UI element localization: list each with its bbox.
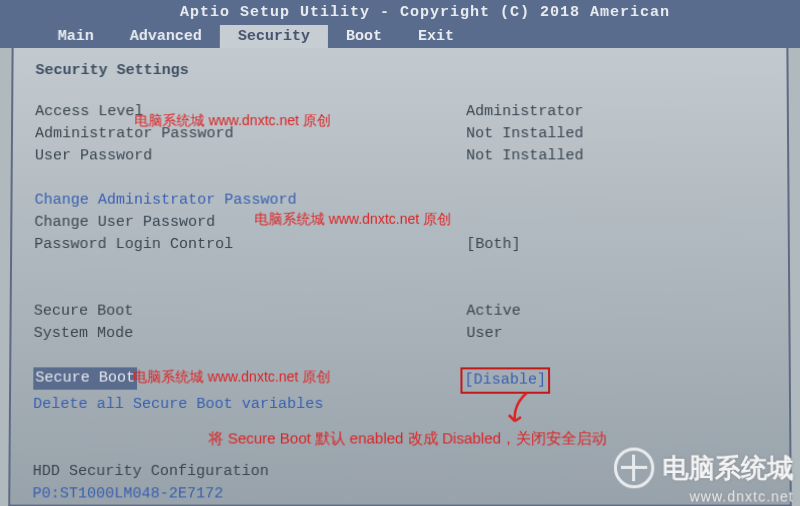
label-system-mode: System Mode bbox=[34, 323, 467, 345]
row-hdd0[interactable]: P0:ST1000LM048-2E7172 bbox=[32, 483, 771, 505]
row-delete-secure-vars[interactable]: Delete all Secure Boot variables bbox=[33, 394, 771, 416]
row-secure-boot[interactable]: Secure Boot [Disable] bbox=[33, 367, 771, 393]
value-login-control[interactable]: [Both] bbox=[466, 234, 520, 256]
row-user-password: User Password Not Installed bbox=[35, 145, 769, 167]
section-title: Security Settings bbox=[35, 62, 768, 79]
label-secure-boot-state: Secure Boot bbox=[34, 301, 467, 323]
row-hdd-config: HDD Security Configuration bbox=[33, 461, 772, 483]
label-user-password: User Password bbox=[35, 145, 466, 167]
label-hdd-config: HDD Security Configuration bbox=[33, 461, 467, 483]
row-change-admin-password[interactable]: Change Administrator Password bbox=[35, 190, 770, 212]
label-login-control: Password Login Control bbox=[34, 234, 466, 256]
value-system-mode: User bbox=[466, 323, 502, 345]
label-admin-password: Administrator Password bbox=[35, 123, 466, 145]
value-access-level: Administrator bbox=[466, 101, 583, 123]
link-change-admin-password[interactable]: Change Administrator Password bbox=[35, 190, 467, 212]
menu-bar: Main Advanced Security Boot Exit bbox=[0, 25, 800, 48]
label-secure-boot-highlighted[interactable]: Secure Boot bbox=[33, 367, 137, 389]
value-secure-boot-state: Active bbox=[466, 301, 520, 323]
value-secure-boot[interactable]: [Disable] bbox=[460, 367, 550, 393]
row-login-control[interactable]: Password Login Control [Both] bbox=[34, 234, 770, 256]
value-user-password: Not Installed bbox=[466, 145, 583, 167]
value-admin-password: Not Installed bbox=[466, 123, 583, 145]
row-admin-password: Administrator Password Not Installed bbox=[35, 123, 769, 145]
tab-security[interactable]: Security bbox=[220, 25, 328, 48]
link-change-user-password[interactable]: Change User Password bbox=[34, 212, 466, 234]
bios-panel: Security Settings Access Level Administr… bbox=[8, 48, 792, 506]
row-system-mode: System Mode User bbox=[34, 323, 771, 345]
row-access-level: Access Level Administrator bbox=[35, 101, 769, 123]
link-delete-secure-vars[interactable]: Delete all Secure Boot variables bbox=[33, 394, 466, 416]
window-title: Aptio Setup Utility - Copyright (C) 2018… bbox=[0, 0, 800, 25]
label-access-level: Access Level bbox=[35, 101, 466, 123]
link-hdd0[interactable]: P0:ST1000LM048-2E7172 bbox=[32, 483, 466, 505]
tab-boot[interactable]: Boot bbox=[328, 25, 400, 48]
row-change-user-password[interactable]: Change User Password bbox=[34, 212, 769, 234]
tab-advanced[interactable]: Advanced bbox=[112, 25, 220, 48]
tab-main[interactable]: Main bbox=[40, 25, 112, 48]
row-secure-boot-state: Secure Boot Active bbox=[34, 301, 771, 323]
tab-exit[interactable]: Exit bbox=[400, 25, 472, 48]
